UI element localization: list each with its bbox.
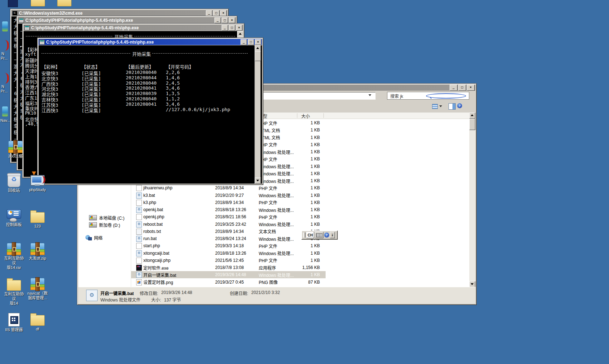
console-text: xyft [25, 51, 36, 57]
search-box[interactable]: 搜索 jk [387, 92, 469, 100]
file-nm: 开启一键采集.bat [143, 272, 176, 278]
archive-icon [30, 243, 45, 255]
console-titlebar[interactable]: C:\phpStudy\PHPTutorial\php\php-5.4.45-n… [18, 17, 236, 23]
close-button[interactable]: × [255, 39, 261, 45]
address-dropdown-icon[interactable] [368, 94, 371, 96]
column-header-size[interactable]: 大小 [301, 113, 310, 119]
file-row[interactable]: start.php2019/3/3 14:18PHP 文件1 KB [131, 242, 326, 249]
console-titlebar[interactable]: C:\phpStudy\PHPTutorial\php\php-5.4.45-n… [39, 39, 262, 45]
file-sz: 1 KB [288, 207, 320, 212]
console-titlebar[interactable]: C:\phpStudy\PHPTutorial\php\php-5.4.45-n… [24, 25, 243, 31]
maximize-button[interactable]: □ [222, 18, 228, 23]
hidden-desktop-icon[interactable] [2, 73, 9, 84]
close-button[interactable]: × [467, 85, 475, 91]
scroll-down-icon[interactable] [469, 281, 475, 287]
file-row[interactable]: 定时软件.exe2018/7/8 13:08应用程序1,156 KB [131, 264, 326, 271]
list-scrollbar[interactable] [469, 113, 475, 287]
file-row[interactable]: k3.php2018/8/9 14:34PHP 文件1 KB [131, 199, 326, 206]
desktop-icon-iis-manager[interactable]: IIS 管理器 [3, 313, 25, 332]
file-sz: 1 KB [288, 214, 320, 219]
preview-pane-button[interactable] [449, 103, 456, 110]
file-row[interactable]: jihuarenwu.php2018/8/9 14:34PHP 文件1 KB [131, 184, 326, 191]
file-row[interactable]: ⚙reboot.bat2019/3/25 23:42Windows 批处理...… [131, 221, 326, 228]
file-sz: 1 KB [288, 164, 320, 169]
scroll-down-icon[interactable] [255, 178, 261, 184]
file-row[interactable]: xitongcaiji.php2021/5/6 12:45PHP 文件1 KB [131, 257, 326, 264]
php-file-icon [136, 214, 142, 220]
file-row[interactable]: robots.txt2018/8/9 14:34文本文档1 KB [131, 228, 326, 235]
file-row[interactable]: ⚙openkj.bat2018/8/18 13:26Windows 批处理...… [131, 206, 326, 213]
file-nm: run.bat [143, 236, 157, 241]
ime-language-bar[interactable]: CH ? ▪▼ [301, 230, 338, 240]
file-row[interactable]: openkj.php2018/9/21 18:56PHP 文件1 KB [131, 213, 326, 220]
file-nm: 设置定时器.png [143, 279, 173, 285]
ime-grip[interactable] [303, 233, 306, 238]
ime-help-icon[interactable]: ? [324, 233, 329, 238]
file-row[interactable]: ⚙k3.bat2019/2/20 9:27Windows 批处理...1 KB [131, 192, 326, 199]
file-tp: 应用程序 [259, 265, 276, 271]
scroll-up-icon[interactable] [469, 113, 475, 119]
scroll-up-icon[interactable] [255, 45, 261, 51]
help-icon[interactable]: ? [457, 103, 462, 108]
nav-item-drive-c[interactable]: 本地磁盘 (C:) [89, 215, 124, 221]
console-titlebar[interactable]: C: C:\Windows\system32\cmd.exe _ □ × [11, 10, 227, 16]
desktop-icon-folder-123[interactable]: 123 [26, 210, 49, 229]
file-row[interactable]: ⚙开启一键采集.bat2019/3/26 14:48Windows 批处理...… [131, 271, 326, 278]
php-file-icon [136, 258, 142, 264]
desktop-icon-fragment[interactable] [8, 0, 18, 7]
maximize-button[interactable]: □ [229, 25, 235, 31]
scroll-up-icon[interactable] [237, 31, 243, 37]
close-button[interactable]: × [220, 10, 227, 16]
views-button[interactable] [431, 103, 444, 110]
desktop-icon-control-panel[interactable]: 控制面板 [3, 209, 25, 227]
file-row[interactable]: ⚙xitongcaiji.bat2018/8/18 13:26Windows 批… [131, 250, 326, 257]
maximize-button[interactable]: □ [248, 39, 254, 45]
file-dt: 2018/9/21 18:56 [215, 214, 246, 219]
file-row[interactable]: 设置定时器.png2019/3/27 0:45PNG 图像87 KB [131, 279, 326, 286]
folder-icon [7, 280, 21, 291]
desktop-icon-phpstudy[interactable]: phpStudy [26, 173, 49, 192]
details-modified-label: 修改日期: [140, 290, 158, 296]
desktop-icon-360zip[interactable]: 360压缩 [4, 141, 26, 159]
hidden-desktop-icon[interactable] [2, 21, 8, 31]
bat-file-icon: ⚙ [136, 221, 142, 228]
hidden-desktop-icon[interactable] [2, 40, 9, 51]
console-scrollbar[interactable] [254, 45, 261, 184]
desktop-icon-folder-df[interactable]: df [26, 313, 49, 331]
ime-options-button[interactable]: ▪▼ [330, 232, 335, 238]
close-button[interactable]: × [236, 25, 242, 31]
file-sz: 1 KB [288, 142, 320, 147]
maximize-button[interactable]: □ [458, 85, 466, 91]
minimize-button[interactable]: _ [222, 25, 228, 31]
png-file-icon [136, 279, 142, 285]
ime-language-button[interactable]: CH [306, 232, 314, 238]
file-dt: 2018/9/24 13:24 [215, 236, 246, 241]
close-button[interactable]: × [229, 18, 235, 23]
maximize-button[interactable]: □ [213, 10, 219, 16]
desktop-icon-recycle-bin[interactable]: 回收站 [3, 173, 25, 193]
desktop-icon-navicat-zip[interactable]: navicat（数据库管理... [26, 278, 49, 300]
minimize-button[interactable]: _ [214, 18, 221, 23]
file-nm: k3.bat [143, 193, 155, 198]
file-tp: PNG 图像 [259, 279, 278, 285]
file-nm: k3.php [143, 200, 156, 205]
desktop-icon-rar14[interactable]: 互利互助协议版14.rar [3, 243, 25, 270]
minimize-button[interactable]: _ [206, 10, 212, 16]
file-sz: 1 KB [288, 193, 320, 198]
ime-keyboard-button[interactable] [315, 232, 323, 238]
file-sz: 1 KB [288, 178, 320, 183]
search-input[interactable]: 搜索 jk [387, 93, 426, 99]
folder-icon[interactable] [31, 0, 45, 6]
hidden-desktop-icon[interactable] [2, 106, 8, 116]
desktop-icon-folder-14[interactable]: 互利互助协议版14 [3, 278, 25, 306]
search-icon[interactable] [426, 93, 466, 99]
file-row[interactable]: ⚙run.bat2018/9/24 13:24Windows 批处理...1 K… [131, 235, 326, 242]
minimize-button[interactable]: _ [450, 85, 457, 91]
nav-item-network[interactable]: 网络 [85, 235, 103, 241]
minimize-button[interactable]: _ [241, 39, 247, 45]
folder-icon[interactable] [57, 0, 71, 6]
desktop-icon-dafa-zip[interactable]: 大发df.zip [26, 243, 49, 261]
file-sz: 1 KB [288, 156, 320, 161]
console-title-text: C:\phpStudy\PHPTutorial\php\php-5.4.45-n… [31, 25, 220, 30]
nav-item-drive-d[interactable]: 新加卷 (D:) [89, 222, 120, 228]
